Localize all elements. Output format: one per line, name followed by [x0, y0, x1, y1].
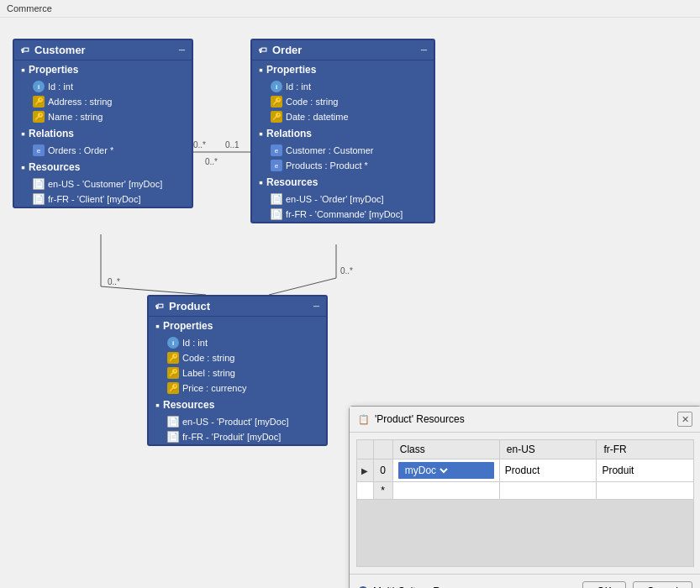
cancel-button[interactable]: Cancel — [633, 581, 692, 588]
customer-orders-relation: e Orders : Order * — [14, 143, 192, 158]
new-row-class[interactable] — [392, 482, 499, 500]
key-icon-date: 🔑 — [271, 111, 282, 123]
doc-icon-1: 📄 — [33, 178, 45, 190]
customer-resources-label: Resources — [14, 158, 192, 176]
close-icon: ✕ — [682, 414, 689, 425]
entity-icon-cust: e — [271, 144, 282, 156]
modal-title-left: 📋 'Product' Resources — [358, 413, 465, 425]
table-row: ▶ 0 myDoc — [357, 459, 694, 482]
customer-relations-label: Relations — [14, 124, 192, 143]
customer-title: Customer — [34, 44, 86, 56]
product-price-prop: 🔑 Price : currency — [149, 381, 326, 396]
product-minimize-icon[interactable]: ─ — [313, 302, 319, 311]
modal-footer: Multi-Culture Rows OK Cancel — [350, 574, 700, 588]
modal-title-bar: 📋 'Product' Resources ✕ — [350, 407, 700, 433]
key-icon-product-label: 🔑 — [167, 367, 179, 379]
new-row-arrow — [357, 482, 374, 500]
col-indicator-header — [357, 440, 374, 459]
title-bar: Commerce — [0, 0, 700, 18]
class-cell[interactable]: myDoc — [392, 459, 499, 482]
row-arrow: ▶ — [357, 459, 374, 482]
col-fr-fr-header: fr-FR — [597, 440, 694, 459]
en-us-input[interactable] — [505, 465, 592, 476]
order-res-fr: 📄 fr-FR - 'Commande' [myDoc] — [252, 207, 434, 222]
order-date-prop: 🔑 Date : datetime — [252, 109, 434, 124]
customer-header: 🏷 Customer ─ — [14, 40, 192, 60]
ok-button[interactable]: OK — [582, 581, 625, 588]
en-us-cell[interactable] — [499, 459, 597, 482]
product-id-prop: i Id : int — [149, 335, 326, 350]
grid-footer — [356, 500, 694, 567]
fr-fr-input[interactable] — [602, 465, 688, 476]
key-icon-product-code: 🔑 — [167, 352, 179, 364]
order-properties-label: Properties — [252, 60, 434, 79]
modal-body: Class en-US fr-FR ▶ — [350, 433, 700, 574]
key-icon-name: 🔑 — [33, 111, 45, 123]
key-icon-code: 🔑 — [271, 96, 282, 108]
customer-minimize-icon[interactable]: ─ — [179, 45, 185, 55]
col-en-us-header: en-US — [499, 440, 597, 459]
main-canvas: 0..* 0..1 0..* 0..* 0..* 🏷 Customer ─ Pr… — [0, 18, 700, 588]
product-icon: 🏷 — [155, 302, 164, 311]
new-row-en[interactable] — [499, 482, 597, 500]
doc-icon-4: 📄 — [271, 208, 282, 220]
order-id-prop: i Id : int — [252, 79, 434, 94]
key-icon-address: 🔑 — [33, 96, 45, 108]
doc-icon-2: 📄 — [33, 193, 45, 205]
doc-icon-3: 📄 — [271, 193, 282, 205]
col-num-header — [373, 440, 392, 459]
svg-text:0..*: 0..* — [340, 266, 353, 276]
customer-name-prop: 🔑 Name : string — [14, 109, 192, 124]
new-row-indicator: * — [373, 482, 392, 500]
class-select-wrapper[interactable]: myDoc — [398, 462, 494, 479]
svg-line-7 — [269, 278, 336, 295]
customer-address-prop: 🔑 Address : string — [14, 94, 192, 109]
order-resources-label: Resources — [252, 173, 434, 192]
class-select[interactable]: myDoc — [402, 464, 450, 477]
order-relations-label: Relations — [252, 124, 434, 143]
entity-icon-prod: e — [271, 160, 282, 171]
doc-icon-6: 📄 — [167, 431, 179, 443]
product-header: 🏷 Product ─ — [149, 297, 326, 317]
order-entity: 🏷 Order ─ Properties i Id : int 🔑 Code :… — [250, 39, 435, 223]
product-resources-label: Resources — [149, 396, 326, 414]
entity-icon: e — [33, 144, 45, 156]
product-entity: 🏷 Product ─ Properties i Id : int 🔑 Code… — [147, 295, 328, 446]
key-icon-product-price: 🔑 — [167, 382, 179, 394]
order-products-relation: e Products : Product * — [252, 158, 434, 173]
product-res-en: 📄 en-US - 'Product' [myDoc] — [149, 414, 326, 429]
product-resources-dialog: 📋 'Product' Resources ✕ Class — [349, 406, 700, 588]
new-row-fr[interactable] — [597, 482, 694, 500]
id-icon: i — [33, 81, 45, 92]
customer-icon: 🏷 — [21, 45, 29, 55]
row-num: 0 — [373, 459, 392, 482]
app-title: Commerce — [7, 3, 52, 13]
modal-title: 'Product' Resources — [375, 413, 465, 425]
customer-res-fr: 📄 fr-FR - 'Client' [myDoc] — [14, 192, 192, 207]
customer-id-prop: i Id : int — [14, 79, 192, 94]
order-res-en: 📄 en-US - 'Order' [myDoc] — [252, 192, 434, 207]
order-minimize-icon[interactable]: ─ — [421, 45, 427, 55]
modal-icon: 📋 — [358, 414, 370, 425]
order-code-prop: 🔑 Code : string — [252, 94, 434, 109]
order-title: Order — [272, 44, 302, 56]
order-icon: 🏷 — [259, 45, 267, 55]
customer-properties-label: Properties — [14, 60, 192, 79]
svg-text:0..1: 0..1 — [225, 140, 239, 150]
order-header: 🏷 Order ─ — [252, 40, 434, 60]
fr-fr-cell[interactable] — [597, 459, 694, 482]
customer-res-en: 📄 en-US - 'Customer' [myDoc] — [14, 176, 192, 192]
order-customer-relation: e Customer : Customer — [252, 143, 434, 158]
id-icon-order: i — [271, 81, 282, 92]
modal-close-button[interactable]: ✕ — [677, 412, 692, 427]
svg-text:0..*: 0..* — [193, 140, 206, 150]
id-icon-product: i — [167, 337, 179, 349]
product-res-fr: 📄 fr-FR - 'Produit' [myDoc] — [149, 429, 326, 444]
new-row: * — [357, 482, 694, 500]
doc-icon-5: 📄 — [167, 416, 179, 428]
svg-text:0..*: 0..* — [205, 157, 218, 166]
customer-entity: 🏷 Customer ─ Properties i Id : int 🔑 Add… — [13, 39, 193, 208]
product-code-prop: 🔑 Code : string — [149, 350, 326, 365]
modal-footer-buttons: OK Cancel — [582, 581, 692, 588]
product-title: Product — [169, 300, 210, 312]
